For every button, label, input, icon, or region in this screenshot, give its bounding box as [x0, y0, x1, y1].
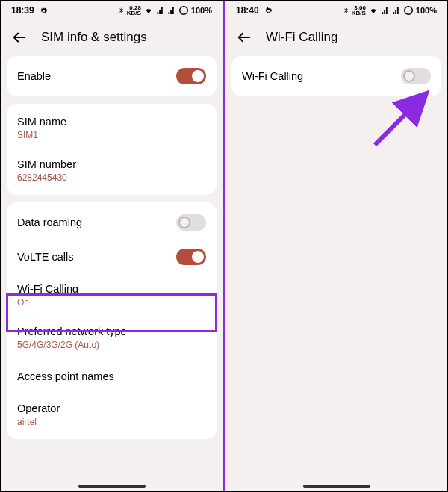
card-wifi-calling: Wi-Fi Calling: [231, 56, 441, 96]
battery-percent: 100%: [416, 6, 437, 15]
row-label: Access point names: [17, 370, 114, 382]
toggle-wifi-calling[interactable]: [401, 68, 431, 84]
battery-ring-icon: [178, 5, 189, 16]
card-enable: Enable: [7, 56, 217, 96]
row-label: Enable: [17, 70, 51, 82]
card-network: Data roaming VoLTE calls Wi-Fi Calling O…: [7, 202, 217, 439]
row-enable[interactable]: Enable: [7, 59, 217, 93]
signal-icon: [167, 7, 176, 15]
toggle-volte[interactable]: [176, 249, 206, 265]
row-label: Preferred network type: [17, 326, 127, 337]
phone-left: 18:39 0.28KB/S 100% SIM info & settings …: [1, 1, 223, 491]
bluetooth-icon: [343, 6, 349, 15]
row-label: VoLTE calls: [17, 251, 74, 263]
battery-percent: 100%: [191, 6, 212, 15]
content-area: Wi-Fi Calling: [225, 56, 447, 481]
nav-pill[interactable]: [303, 485, 370, 488]
row-label: Wi-Fi Calling: [242, 70, 303, 82]
row-label: Data roaming: [17, 217, 82, 228]
row-wifi-calling[interactable]: Wi-Fi Calling On: [7, 274, 217, 317]
net-speed-indicator: 0.28KB/S: [127, 5, 141, 16]
nav-bar: [1, 481, 223, 491]
phone-right: 18:40 3.00KB/S 100% Wi-Fi Calling Wi-Fi …: [223, 1, 447, 491]
card-sim-info: SIM name SIM1 SIM number 6282445430: [7, 104, 217, 195]
bluetooth-icon: [118, 6, 125, 15]
toggle-enable[interactable]: [176, 68, 206, 84]
status-bar: 18:39 0.28KB/S 100%: [1, 1, 223, 19]
signal-icon: [392, 7, 401, 15]
content-area: Enable SIM name SIM1 SIM number 62824454…: [1, 56, 223, 481]
row-data-roaming[interactable]: Data roaming: [7, 205, 217, 240]
row-label: Wi-Fi Calling: [17, 283, 78, 295]
wifi-icon: [368, 7, 379, 15]
row-value: 6282445430: [17, 172, 76, 183]
back-icon[interactable]: [11, 29, 28, 46]
status-bar: 18:40 3.00KB/S 100%: [225, 1, 447, 19]
gear-icon: [264, 6, 273, 16]
wifi-icon: [143, 7, 154, 15]
status-time: 18:39: [11, 5, 34, 16]
signal-icon: [156, 7, 165, 15]
gear-icon: [39, 6, 49, 16]
row-value: airtel: [17, 417, 60, 427]
row-label: Operator: [17, 402, 60, 414]
svg-point-0: [180, 7, 188, 15]
row-operator[interactable]: Operator airtel: [7, 393, 217, 436]
nav-pill[interactable]: [78, 485, 146, 488]
row-preferred-network[interactable]: Preferred network type 5G/4G/3G/2G (Auto…: [7, 317, 217, 359]
row-value: On: [17, 297, 78, 308]
row-label: SIM name: [17, 116, 66, 128]
page-title: SIM info & settings: [41, 30, 147, 45]
nav-bar: [225, 481, 447, 491]
page-header: SIM info & settings: [1, 19, 223, 56]
row-value: 5G/4G/3G/2G (Auto): [17, 340, 127, 350]
signal-icon: [381, 7, 390, 15]
toggle-data-roaming[interactable]: [176, 214, 206, 231]
page-header: Wi-Fi Calling: [225, 19, 447, 56]
status-time: 18:40: [236, 5, 259, 16]
row-wifi-calling[interactable]: Wi-Fi Calling: [231, 59, 441, 93]
row-value: SIM1: [17, 130, 66, 140]
row-label: SIM number: [17, 158, 76, 170]
svg-point-2: [405, 7, 413, 15]
battery-ring-icon: [403, 5, 414, 16]
row-sim-name[interactable]: SIM name SIM1: [7, 107, 217, 149]
net-speed-indicator: 3.00KB/S: [352, 5, 366, 16]
row-volte[interactable]: VoLTE calls: [7, 240, 217, 274]
back-icon[interactable]: [236, 29, 252, 46]
page-title: Wi-Fi Calling: [266, 30, 337, 45]
row-sim-number[interactable]: SIM number 6282445430: [7, 149, 217, 192]
row-apn[interactable]: Access point names: [7, 359, 217, 393]
